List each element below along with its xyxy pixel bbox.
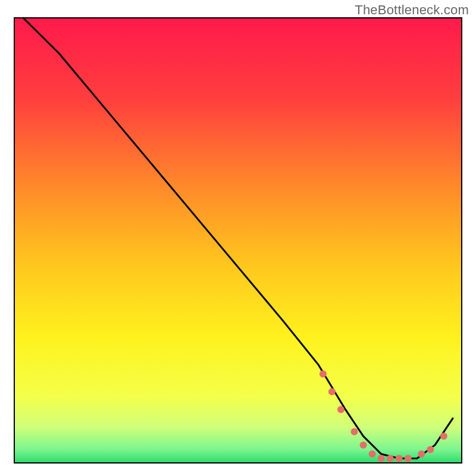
marker-dot [418,450,425,458]
marker-dot [360,441,367,449]
gradient-background [14,18,462,463]
marker-dot [427,446,434,453]
marker-dot [369,450,376,458]
marker-dot [396,455,403,462]
marker-dot [351,428,358,436]
bottleneck-chart [0,0,476,476]
marker-dot [440,433,447,440]
marker-dot [320,370,327,377]
marker-dot [387,455,394,462]
marker-dot [405,455,412,462]
marker-dot [378,455,385,462]
watermark-text: TheBottleneck.com [355,2,469,18]
marker-dot [337,406,345,413]
marker-dot [328,388,336,395]
chart-container: TheBottleneck.com [0,0,476,476]
